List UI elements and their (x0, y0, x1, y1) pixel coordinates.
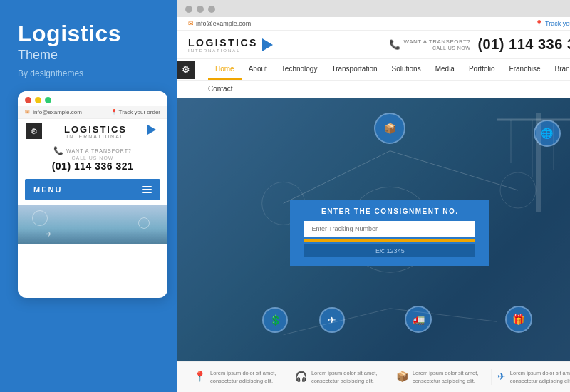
nav-item-contact[interactable]: Contact (208, 82, 232, 96)
mobile-email-icon: ✉ (25, 109, 30, 115)
mobile-track-icon: 📍 (110, 109, 118, 115)
mobile-dot-green (45, 97, 51, 103)
nav-item-media[interactable]: Media (428, 59, 462, 80)
hamburger-icon (142, 186, 152, 193)
mobile-logo-area: LOGISTICS International (64, 124, 127, 139)
mobile-hero-plane-icon: ✈ (46, 230, 52, 238)
mobile-top-bar (18, 91, 167, 106)
hero-icon-dollar: 💲 (262, 307, 288, 333)
mobile-phone-number: (01) 114 336 321 (26, 160, 159, 172)
footer-icon-2: 🎧 (295, 371, 307, 382)
site-navbar: ⚙ Home About Technology Transportation S… (177, 59, 570, 81)
site-topbar-email: ✉ info@example.com (188, 20, 251, 27)
mobile-logo-sub: International (64, 134, 127, 139)
mobile-preview: ✉ info@example.com 📍 Track your order ⚙ … (18, 91, 167, 298)
footer-col-1: 📍 Lorem ipsum dolor sit amet, consectetu… (188, 369, 289, 386)
mobile-settings-btn[interactable]: ⚙ (26, 123, 42, 139)
mobile-dot-yellow (35, 97, 41, 103)
mobile-email: ✉ info@example.com (25, 109, 82, 115)
hero-icon-gift: 🎁 (505, 306, 532, 333)
mobile-menu-button[interactable]: MENU (25, 179, 160, 200)
footer-col-4: ✈ Lorem ipsum dolor sit amet, consectetu… (492, 369, 570, 386)
mobile-menu-label: MENU (33, 185, 62, 194)
footer-icon-4: ✈ (497, 371, 506, 382)
nav-item-about[interactable]: About (242, 59, 274, 80)
nav-item-branches[interactable]: Branches (548, 59, 570, 80)
browser-dot-2 (197, 6, 204, 13)
browser-dot-1 (185, 6, 192, 13)
right-panel: ✉ info@example.com 📍 Track your order LO… (177, 0, 570, 392)
footer-icon-1: 📍 (194, 371, 206, 382)
browser-content: ✉ info@example.com 📍 Track your order LO… (177, 17, 570, 392)
site-phone-number: (01) 114 336 321 (477, 36, 570, 53)
mobile-want-label: WANT A TRANSPORT? (66, 148, 132, 153)
nav-item-transportation[interactable]: Transportation (324, 59, 384, 80)
footer-col-3: 📦 Lorem ipsum dolor sit amet, consectetu… (390, 369, 492, 386)
site-topbar-track[interactable]: 📍 Track your order (535, 20, 570, 27)
nav-item-franchise[interactable]: Franchise (502, 59, 548, 80)
mobile-info-bar: ✉ info@example.com 📍 Track your order (18, 106, 167, 119)
pin-icon: 📍 (535, 20, 543, 27)
tracking-form-title: ENTER THE CONSIGNMENT NO. (304, 207, 475, 215)
tracking-divider (304, 239, 475, 242)
nav-item-home[interactable]: Home (208, 59, 242, 80)
left-subtitle: Theme (18, 48, 162, 63)
nav-item-portfolio[interactable]: Portfolio (462, 59, 502, 80)
mobile-call-label: CALL US NOW (26, 155, 159, 160)
site-topbar: ✉ info@example.com 📍 Track your order (177, 17, 570, 31)
mobile-logo-text: LOGISTICS (64, 124, 127, 135)
site-logo-sub: International (188, 48, 258, 53)
phone-icon: 📞 (389, 39, 400, 50)
hero-icon-truck: 🚛 (405, 306, 432, 333)
tracking-form: ENTER THE CONSIGNMENT NO. Ex: 12345 (290, 200, 489, 266)
left-by: By designthemes (18, 68, 162, 78)
footer-text-1: Lorem ipsum dolor sit amet, consectetur … (210, 369, 283, 386)
mobile-hero-circle (32, 210, 48, 226)
site-contact-area: 📞 WANT A TRANSPORT?CALL US NOW (01) 114 … (389, 36, 570, 53)
footer-text-2: Lorem ipsum dolor sit amet, consectetur … (311, 369, 384, 386)
footer-col-2: 🎧 Lorem ipsum dolor sit amet, consectetu… (289, 369, 390, 386)
left-title: Logistics (18, 21, 162, 46)
nav-item-solutions[interactable]: Solutions (385, 59, 428, 80)
site-logo: LOGISTICS International (188, 37, 273, 53)
hero-icon-globe: 🌐 (534, 120, 561, 147)
site-footer-info: 📍 Lorem ipsum dolor sit amet, consectetu… (177, 361, 570, 393)
mobile-hero-image: ✈ (18, 205, 167, 244)
mobile-contact-section: 📞 WANT A TRANSPORT? CALL US NOW (01) 114… (18, 140, 167, 175)
footer-text-3: Lorem ipsum dolor sit amet, consectetur … (413, 369, 485, 386)
site-want-label: WANT A TRANSPORT?CALL US NOW (403, 38, 470, 51)
mobile-track: 📍 Track your order (110, 109, 160, 115)
site-header: LOGISTICS International 📞 WANT A TRANSPO… (177, 31, 570, 59)
site-nav-items: Home About Technology Transportation Sol… (208, 59, 570, 80)
mobile-dot-red (25, 97, 31, 103)
mobile-logo-arrow-icon (147, 125, 156, 135)
site-hero: 📦 🌐 ✈ 🚛 🎁 💲 (177, 98, 570, 361)
site-nav-second-row: Contact (177, 81, 570, 98)
site-settings-button[interactable]: ⚙ (177, 61, 195, 79)
tracking-example: Ex: 12345 (304, 244, 475, 257)
tracking-input[interactable] (304, 221, 475, 237)
browser-chrome (177, 0, 570, 17)
hero-icon-plane: ✈ (319, 307, 345, 333)
site-logo-main: LOGISTICS (188, 37, 258, 48)
browser-dot-3 (208, 6, 215, 13)
footer-text-4: Lorem ipsum dolor sit amet, consectetur … (510, 369, 570, 386)
site-logo-arrow-icon (262, 38, 273, 51)
mobile-hero-circle-2 (138, 217, 150, 229)
envelope-icon: ✉ (188, 20, 194, 27)
left-panel: Logistics Theme By designthemes ✉ info@e… (0, 0, 177, 392)
footer-icon-3: 📦 (396, 371, 408, 382)
nav-item-technology[interactable]: Technology (274, 59, 325, 80)
mobile-phone-icon: 📞 (53, 146, 63, 155)
